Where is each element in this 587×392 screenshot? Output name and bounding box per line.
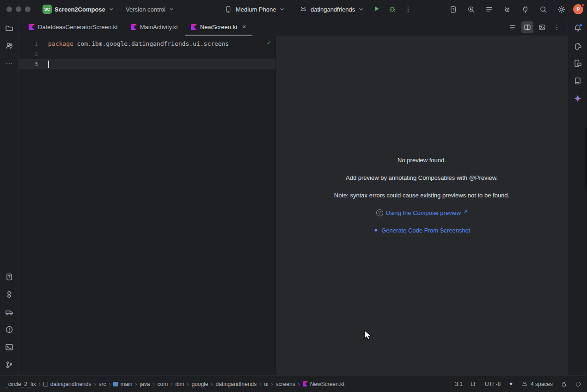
more-vertical-icon: ⋮ — [405, 6, 412, 12]
help-icon[interactable]: ? — [376, 209, 383, 216]
breadcrumb[interactable]: src — [97, 381, 107, 387]
notification-dot — [581, 3, 585, 7]
version-control-widget[interactable]: Version control — [122, 3, 178, 16]
zoom-window-button[interactable] — [25, 6, 31, 12]
breadcrumb[interactable]: ibm — [174, 381, 185, 387]
window-controls — [6, 6, 31, 12]
tab-newscreen[interactable]: NewScreen.kt ✕ — [184, 18, 253, 36]
breadcrumbs: _circle_2_fix › datingandfriends › src ›… — [4, 381, 346, 387]
logcat-button[interactable] — [483, 3, 495, 15]
breadcrumb-current-file[interactable]: NewScreen.kt — [301, 381, 346, 387]
indent-widget[interactable]: 4 spaces — [521, 381, 553, 387]
version-control-tool-button[interactable] — [3, 359, 15, 371]
split-view-button[interactable] — [521, 21, 533, 33]
compose-preview-doc-link[interactable]: Using the Compose preview — [386, 209, 461, 216]
close-window-button[interactable] — [6, 6, 12, 12]
code-line[interactable]: 1 package com.ibm.google.datingandfriend… — [18, 39, 275, 49]
gemini-tool-button[interactable] — [572, 92, 584, 104]
editor-split: 1 package com.ibm.google.datingandfriend… — [18, 36, 568, 375]
line-number: 1 — [18, 39, 48, 49]
truck-tool-button[interactable] — [3, 306, 15, 318]
line-separator-widget[interactable]: LF — [471, 381, 477, 387]
breadcrumb[interactable]: ui — [263, 381, 269, 387]
running-devices-tool-button[interactable] — [3, 271, 15, 283]
people-tool-button[interactable] — [3, 40, 15, 52]
debug-button[interactable] — [386, 3, 398, 15]
ai-sparkle-icon[interactable]: ✦ — [508, 380, 514, 387]
tab-bar-more-button[interactable]: ⋮ — [551, 21, 563, 33]
breadcrumb[interactable]: datingandfriends — [214, 381, 258, 387]
code-editor[interactable]: 1 package com.ibm.google.datingandfriend… — [18, 36, 275, 375]
tab-label: DateIdeasGeneratorScreen.kt — [38, 24, 118, 31]
tab-mainactivity[interactable]: MainActivity.kt — [124, 18, 184, 36]
more-actions-button[interactable]: ⋮ — [402, 3, 414, 15]
minimize-window-button[interactable] — [16, 6, 21, 12]
run-configuration-selector[interactable]: datingandfriends — [295, 3, 367, 16]
preview-title: No preview found. — [397, 155, 446, 165]
device-selector-label: Medium Phone — [236, 6, 276, 13]
device-mirror-button[interactable] — [447, 3, 459, 15]
preview-message: No preview found. Add preview by annotat… — [276, 155, 568, 243]
code-line[interactable]: 2 — [18, 49, 275, 59]
main-area: ⋯ DateIdeasGeneratorScreen.kt — [0, 18, 587, 375]
breadcrumb-separator: › — [170, 381, 173, 387]
kotlin-file-icon — [29, 24, 35, 30]
indicator-circle-icon[interactable] — [575, 381, 581, 387]
scrollbar-thumb[interactable] — [585, 128, 587, 189]
encoding-widget[interactable]: UTF-8 — [485, 381, 501, 387]
breadcrumb[interactable]: _circle_2_fix — [4, 381, 37, 387]
preview-note: Note: syntax errors could cause existing… — [334, 190, 509, 200]
chevron-down-icon — [358, 6, 364, 12]
breadcrumb-separator: › — [93, 381, 96, 387]
terminal-tool-button[interactable] — [3, 341, 15, 353]
device-manager-tool-button[interactable] — [572, 75, 584, 87]
code-view-button[interactable] — [507, 21, 519, 33]
compose-preview-panel: No preview found. Add preview by annotat… — [275, 36, 568, 375]
build-variants-tool-button[interactable] — [3, 288, 15, 300]
plugin-button[interactable] — [519, 3, 531, 15]
breadcrumb[interactable]: com — [156, 381, 169, 387]
android-icon — [521, 381, 528, 387]
settings-button[interactable] — [555, 3, 567, 15]
kotlin-file-icon — [303, 381, 308, 386]
code-token: com.ibm.google.datingandfriends.ui.scree… — [73, 39, 229, 49]
more-tool-windows-button[interactable]: ⋯ — [3, 57, 15, 69]
breadcrumb[interactable]: main — [112, 381, 134, 387]
design-view-button[interactable] — [536, 21, 548, 33]
project-widget[interactable]: SC Screen2Compose — [39, 3, 118, 16]
breadcrumb-separator: › — [152, 381, 155, 387]
source-root-icon — [113, 382, 118, 386]
inspection-ok-icon[interactable]: ✓ — [267, 39, 271, 46]
sparkle-icon: ✦ — [373, 227, 379, 233]
code-text — [48, 59, 49, 69]
device-explorer-tool-button[interactable] — [572, 57, 584, 69]
notifications-button[interactable] — [572, 22, 584, 34]
project-tool-button[interactable] — [3, 22, 15, 34]
device-selector[interactable]: Medium Phone — [220, 3, 288, 16]
problems-tool-button[interactable] — [3, 324, 15, 336]
generate-code-link-row: ✦ Generate Code From Screenshot — [373, 226, 471, 235]
search-button[interactable] — [537, 3, 549, 15]
gradle-tool-button[interactable] — [572, 40, 584, 52]
breadcrumb[interactable]: java — [138, 381, 151, 387]
run-button[interactable] — [371, 3, 383, 15]
project-icon: SC — [43, 5, 52, 14]
run-configuration-label: datingandfriends — [311, 6, 355, 13]
generate-code-link[interactable]: Generate Code From Screenshot — [381, 227, 470, 234]
close-tab-icon[interactable]: ✕ — [242, 24, 246, 30]
caret-position-widget[interactable]: 3:1 — [455, 381, 463, 387]
notification-badge — [579, 24, 582, 27]
write-access-lock-icon[interactable] — [561, 381, 567, 387]
text-caret — [48, 61, 49, 68]
code-text: package com.ibm.google.datingandfriends.… — [48, 39, 229, 49]
user-avatar[interactable]: P — [573, 4, 583, 14]
breadcrumb[interactable]: datingandfriends — [42, 381, 93, 387]
kotlin-file-icon — [131, 24, 137, 30]
code-line-caret[interactable]: 3 — [18, 59, 275, 69]
profiler-button[interactable] — [465, 3, 477, 15]
editor-mode-switcher: ⋮ — [507, 18, 563, 36]
breadcrumb[interactable]: screens — [275, 381, 297, 387]
tab-dateideasgeneratorscreen[interactable]: DateIdeasGeneratorScreen.kt — [22, 18, 124, 36]
breadcrumb[interactable]: google — [190, 381, 209, 387]
app-insights-button[interactable] — [501, 3, 513, 15]
